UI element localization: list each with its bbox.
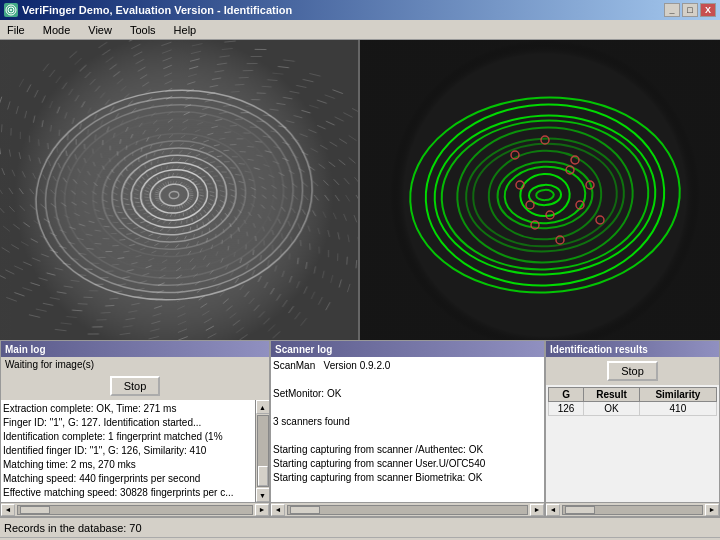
identification-panel: Identification results Stop G Result Sim… <box>545 340 720 517</box>
fingerprint-green-canvas <box>360 40 720 340</box>
close-button[interactable]: X <box>700 3 716 17</box>
scanner-h-scroll-left[interactable]: ◄ <box>271 504 285 516</box>
image-panels <box>0 40 720 340</box>
menu-file[interactable]: File <box>4 23 28 37</box>
id-h-scroll-right[interactable]: ► <box>705 504 719 516</box>
main-log-title: Main log <box>1 341 269 357</box>
waiting-text: Waiting for image(s) <box>1 357 269 372</box>
title-bar: VeriFinger Demo, Evaluation Version - Id… <box>0 0 720 20</box>
menu-tools[interactable]: Tools <box>127 23 159 37</box>
h-scroll-left[interactable]: ◄ <box>1 504 15 516</box>
scroll-track[interactable] <box>257 415 269 487</box>
id-h-scroll-left[interactable]: ◄ <box>546 504 560 516</box>
scanner-h-scroll-thumb[interactable] <box>290 506 320 514</box>
scroll-thumb[interactable] <box>258 466 268 486</box>
scanner-log-text: ScanMan Version 0.9.2.0 SetMonitor: OK 3… <box>273 359 542 485</box>
identification-table: G Result Similarity 126OK410 <box>548 387 717 416</box>
scanner-h-scroll-track[interactable] <box>287 505 528 515</box>
scanner-h-scroll-right[interactable]: ► <box>530 504 544 516</box>
main-log-panel: Main log Waiting for image(s) Stop Extra… <box>0 340 270 517</box>
h-scroll-track[interactable] <box>17 505 253 515</box>
main-log-stop-button[interactable]: Stop <box>110 376 161 396</box>
id-h-scroll-track[interactable] <box>562 505 703 515</box>
main-log-hscrollbar[interactable]: ◄ ► <box>1 502 269 516</box>
status-bar: Records in the database: 70 <box>0 517 720 537</box>
scanner-log-body: ScanMan Version 0.9.2.0 SetMonitor: OK 3… <box>271 357 544 502</box>
col-header-g: G <box>549 388 584 402</box>
scanner-log-title: Scanner log <box>271 341 544 357</box>
main-log-scrollbar[interactable]: ▲ ▼ <box>255 400 269 502</box>
minimize-button[interactable]: _ <box>664 3 680 17</box>
id-h-scroll-thumb[interactable] <box>565 506 595 514</box>
fingerprint-grayscale-panel <box>0 40 360 340</box>
maximize-button[interactable]: □ <box>682 3 698 17</box>
bottom-panels: Main log Waiting for image(s) Stop Extra… <box>0 340 720 517</box>
table-row: 126OK410 <box>549 402 717 416</box>
menu-mode[interactable]: Mode <box>40 23 74 37</box>
h-scroll-right[interactable]: ► <box>255 504 269 516</box>
col-header-similarity: Similarity <box>639 388 716 402</box>
fingerprint-grayscale-canvas <box>0 40 358 340</box>
main-log-body: Extraction complete: OK, Time: 271 ms Fi… <box>1 400 255 502</box>
menu-view[interactable]: View <box>85 23 115 37</box>
fingerprint-green-panel <box>360 40 720 340</box>
identification-body: G Result Similarity 126OK410 <box>546 385 719 502</box>
scroll-up-arrow[interactable]: ▲ <box>256 400 270 414</box>
menu-help[interactable]: Help <box>171 23 200 37</box>
svg-point-2 <box>10 9 12 11</box>
cell-g: 126 <box>549 402 584 416</box>
id-hscrollbar[interactable]: ◄ ► <box>546 502 719 516</box>
main-log-text: Extraction complete: OK, Time: 271 ms Fi… <box>3 402 253 500</box>
cell-result: OK <box>584 402 640 416</box>
cell-similarity: 410 <box>639 402 716 416</box>
col-header-result: Result <box>584 388 640 402</box>
scroll-down-arrow[interactable]: ▼ <box>256 488 270 502</box>
window-title: VeriFinger Demo, Evaluation Version - Id… <box>22 4 292 16</box>
identification-title: Identification results <box>546 341 719 357</box>
scanner-log-panel: Scanner log ScanMan Version 0.9.2.0 SetM… <box>270 340 545 517</box>
app-icon <box>4 3 18 17</box>
scanner-log-hscrollbar[interactable]: ◄ ► <box>271 502 544 516</box>
window-controls: _ □ X <box>664 3 716 17</box>
identification-stop-button[interactable]: Stop <box>607 361 658 381</box>
status-text: Records in the database: 70 <box>4 522 142 534</box>
menu-bar: File Mode View Tools Help <box>0 20 720 40</box>
h-scroll-thumb[interactable] <box>20 506 50 514</box>
